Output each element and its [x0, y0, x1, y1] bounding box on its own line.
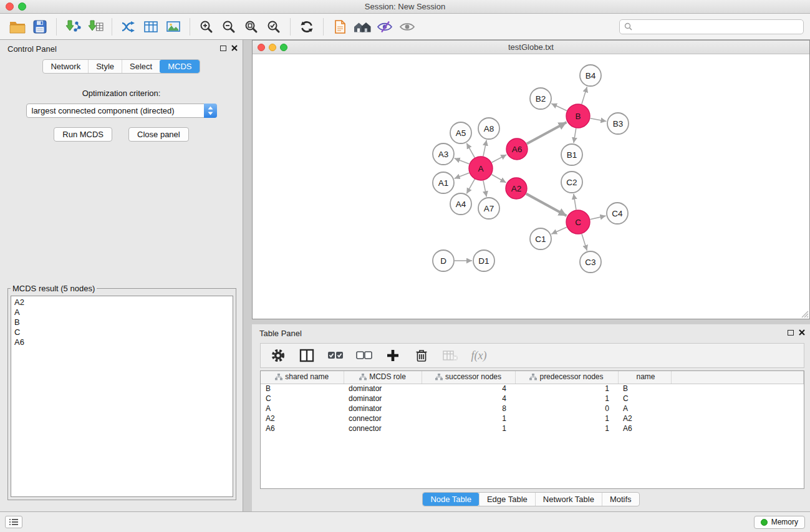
import-table-button[interactable] [84, 16, 107, 37]
network-minimize-button[interactable] [269, 44, 276, 51]
network-close-button[interactable] [258, 44, 265, 51]
mcds-result-item[interactable]: C [14, 327, 233, 337]
deselect-all-button[interactable] [353, 345, 375, 366]
zoom-out-button[interactable] [218, 16, 240, 37]
graph-edge-C-C2[interactable] [574, 194, 576, 210]
new-network-button[interactable] [117, 16, 140, 37]
column-header-shared-name[interactable]: shared name [261, 371, 344, 384]
column-header-successor-nodes[interactable]: successor nodes [422, 371, 515, 384]
tab-edge-table[interactable]: Edge Table [479, 493, 535, 506]
criterion-dropdown[interactable]: largest connected component (directed) [26, 104, 217, 118]
table-cell[interactable]: A6 [618, 423, 671, 433]
resize-grip-icon[interactable] [801, 310, 809, 318]
graph-edge-B-B1[interactable] [574, 128, 576, 143]
graph-node-A[interactable]: A [469, 157, 493, 180]
memory-button[interactable]: Memory [754, 516, 805, 529]
graph-edge-A6-B[interactable] [527, 122, 567, 143]
graph-node-C2[interactable]: C2 [561, 172, 582, 193]
graph-node-A5[interactable]: A5 [450, 122, 471, 143]
first-neighbors-button[interactable] [329, 16, 351, 37]
network-graph[interactable]: B4B2BB3A8A5A6A3B1AC2A1A2A4A7C4CC1DD1C3 [253, 54, 809, 319]
graph-node-B4[interactable]: B4 [580, 65, 601, 86]
run-mcds-button[interactable]: Run MCDS [54, 127, 112, 142]
zoom-fit-button[interactable] [240, 16, 263, 37]
table-cell[interactable]: C [618, 394, 671, 404]
save-session-button[interactable] [29, 16, 51, 37]
import-network-button[interactable] [62, 16, 84, 37]
mcds-result-item[interactable]: A2 [14, 297, 233, 307]
delete-table-button[interactable] [439, 345, 461, 366]
table-cell[interactable]: dominator [344, 404, 422, 414]
show-details-button[interactable] [374, 16, 396, 37]
graph-node-D[interactable]: D [433, 250, 454, 271]
graph-edge-B-B4[interactable] [582, 87, 587, 104]
close-panel-button[interactable]: Close panel [128, 127, 189, 142]
table-cell[interactable]: dominator [344, 384, 422, 394]
graph-node-B3[interactable]: B3 [607, 113, 629, 134]
table-cell[interactable]: 8 [422, 404, 515, 414]
table-cell[interactable]: 1 [515, 384, 618, 394]
table-row[interactable]: Cdominator41C [261, 394, 804, 404]
graph-edge-A2-C[interactable] [526, 194, 567, 216]
graph-node-A2[interactable]: A2 [506, 178, 527, 199]
graph-node-A6[interactable]: A6 [506, 138, 528, 160]
table-cell[interactable]: 4 [422, 384, 515, 394]
graph-edge-C-C1[interactable] [551, 227, 566, 234]
graph-edge-A-A2[interactable] [491, 175, 506, 183]
graph-node-B[interactable]: B [566, 104, 590, 128]
table-cell[interactable]: dominator [344, 394, 422, 404]
tab-select[interactable]: Select [122, 60, 160, 73]
graph-node-A8[interactable]: A8 [478, 118, 499, 139]
graph-edge-A-A5[interactable] [466, 143, 475, 158]
table-cell[interactable]: 1 [422, 414, 515, 423]
table-row[interactable]: Adominator80A [261, 404, 804, 414]
table-cell[interactable]: connector [344, 414, 422, 423]
dropdown-stepper-icon[interactable] [204, 104, 217, 118]
graph-node-D1[interactable]: D1 [473, 250, 494, 271]
tab-mcds[interactable]: MCDS [160, 60, 199, 73]
graph-edge-C-C4[interactable] [591, 216, 606, 220]
open-session-button[interactable] [6, 16, 29, 37]
graph-edge-A-A4[interactable] [466, 179, 475, 193]
mcds-result-list[interactable]: A2ABCA6 [11, 296, 233, 497]
graph-node-A7[interactable]: A7 [478, 198, 499, 219]
table-cell[interactable]: 0 [515, 404, 618, 414]
graph-node-C4[interactable]: C4 [607, 203, 628, 224]
graph-edge-A-A3[interactable] [455, 158, 470, 164]
zoom-in-button[interactable] [195, 16, 218, 37]
mcds-result-item[interactable]: B [14, 317, 233, 327]
add-column-button[interactable] [382, 345, 404, 366]
table-cell[interactable]: 1 [515, 423, 618, 433]
graph-node-A1[interactable]: A1 [433, 172, 454, 193]
table-cell[interactable]: A [618, 404, 671, 414]
graph-node-B1[interactable]: B1 [561, 144, 582, 165]
new-table-button[interactable] [140, 16, 162, 37]
tab-network[interactable]: Network [43, 60, 88, 73]
table-cell[interactable]: 4 [422, 394, 515, 404]
function-builder-button[interactable]: f(x) [468, 345, 490, 366]
close-panel-icon[interactable] [799, 329, 805, 336]
search-input[interactable] [635, 22, 799, 31]
table-cell[interactable]: B [261, 384, 344, 394]
graph-node-C[interactable]: C [566, 210, 590, 234]
float-panel-icon[interactable] [220, 46, 226, 51]
tab-motifs[interactable]: Motifs [602, 493, 639, 506]
graph-node-A4[interactable]: A4 [450, 193, 471, 215]
delete-column-button[interactable] [410, 345, 433, 366]
overview-button[interactable] [351, 16, 374, 37]
network-canvas[interactable]: B4B2BB3A8A5A6A3B1AC2A1A2A4A7C4CC1DD1C3 [253, 54, 809, 319]
graph-edge-A-A6[interactable] [492, 155, 507, 163]
table-settings-button[interactable] [267, 345, 289, 366]
tab-style[interactable]: Style [88, 60, 122, 73]
table-cell[interactable]: 1 [515, 414, 618, 423]
table-row[interactable]: Bdominator41B [261, 384, 804, 394]
network-window-titlebar[interactable]: testGlobe.txt [253, 41, 809, 54]
select-all-button[interactable] [324, 345, 347, 366]
graph-edge-C-C3[interactable] [582, 234, 587, 251]
mcds-result-item[interactable]: A [14, 307, 233, 317]
graph-edge-B-B3[interactable] [591, 118, 607, 122]
graph-node-A3[interactable]: A3 [433, 143, 454, 165]
table-cell[interactable]: A2 [618, 414, 671, 423]
column-header-predecessor-nodes[interactable]: predecessor nodes [515, 371, 618, 384]
table-cell[interactable]: connector [344, 423, 422, 433]
